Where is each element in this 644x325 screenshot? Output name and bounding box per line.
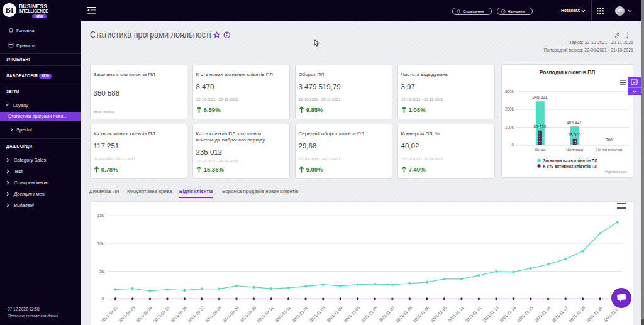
svg-text:Жінки: Жінки: [535, 148, 546, 152]
svg-text:10k: 10k: [97, 241, 104, 246]
svg-text:2021-11-18: 2021-11-18: [568, 305, 586, 322]
svg-text:2021-11-17: 2021-11-17: [551, 305, 569, 322]
svg-text:0: 0: [101, 297, 104, 301]
svg-text:200k: 200k: [505, 107, 514, 111]
svg-text:15k: 15k: [97, 213, 104, 218]
svg-text:2021-11-15: 2021-11-15: [516, 305, 534, 322]
svg-text:2021-11-11: 2021-11-11: [447, 305, 465, 322]
svg-text:Не визначено: Не визначено: [596, 148, 623, 152]
svg-text:2021-11-16: 2021-11-16: [533, 305, 551, 322]
svg-text:2021-11-06: 2021-11-06: [360, 305, 378, 322]
svg-text:К-сть активних клієнтів ПЛ: К-сть активних клієнтів ПЛ: [543, 164, 598, 168]
svg-text:2021-11-10: 2021-11-10: [430, 305, 447, 322]
svg-text:2021-11-13: 2021-11-13: [482, 305, 499, 322]
svg-text:2021-11-20: 2021-11-20: [602, 305, 620, 322]
svg-text:2021-11-14: 2021-11-14: [499, 305, 516, 322]
svg-text:2021-10-30: 2021-10-30: [239, 305, 257, 323]
svg-text:Загальна к-сть клієнтів ПЛ: Загальна к-сть клієнтів ПЛ: [543, 158, 598, 163]
svg-text:2021-11-12: 2021-11-12: [464, 305, 482, 322]
svg-text:2021-10-23: 2021-10-23: [118, 305, 136, 323]
svg-text:2021-10-25: 2021-10-25: [152, 305, 170, 323]
svg-text:2021-11-05: 2021-11-05: [343, 305, 360, 322]
svg-text:100k: 100k: [505, 125, 514, 129]
svg-text:2021-11-02: 2021-11-02: [291, 305, 309, 322]
svg-text:0: 0: [511, 143, 514, 147]
svg-text:245 301: 245 301: [533, 95, 548, 99]
svg-text:2021-10-26: 2021-10-26: [170, 305, 188, 323]
svg-text:2021-10-31: 2021-10-31: [256, 305, 274, 323]
svg-text:2021-11-07: 2021-11-07: [377, 305, 395, 322]
svg-text:Чоловіки: Чоловіки: [566, 148, 583, 152]
svg-text:2021-10-22: 2021-10-22: [101, 305, 119, 323]
svg-text:2021-11-01: 2021-11-01: [274, 305, 291, 322]
svg-text:2021-10-24: 2021-10-24: [135, 305, 153, 323]
svg-text:2021-10-29: 2021-10-29: [221, 305, 240, 323]
svg-text:Highcharts.com: Highcharts.com: [605, 170, 627, 174]
svg-text:360: 360: [606, 138, 613, 142]
svg-text:81 920: 81 920: [534, 124, 547, 129]
svg-text:300k: 300k: [505, 89, 514, 94]
svg-text:2021-10-27: 2021-10-27: [187, 305, 205, 323]
svg-text:2021-11-09: 2021-11-09: [412, 305, 430, 322]
svg-text:2021-11-08: 2021-11-08: [395, 305, 413, 322]
svg-text:35 313: 35 313: [568, 133, 580, 137]
svg-text:2021-10-28: 2021-10-28: [204, 305, 223, 323]
svg-text:2021-11-04: 2021-11-04: [326, 305, 343, 322]
svg-text:5k: 5k: [99, 269, 104, 273]
svg-text:Розподіл клієнтів ПЛ: Розподіл клієнтів ПЛ: [540, 69, 596, 75]
svg-text:2021-11-03: 2021-11-03: [308, 305, 326, 322]
svg-text:?: ?: [502, 10, 504, 13]
svg-text:2021-11-19: 2021-11-19: [586, 305, 603, 322]
svg-text:104 927: 104 927: [567, 120, 582, 124]
